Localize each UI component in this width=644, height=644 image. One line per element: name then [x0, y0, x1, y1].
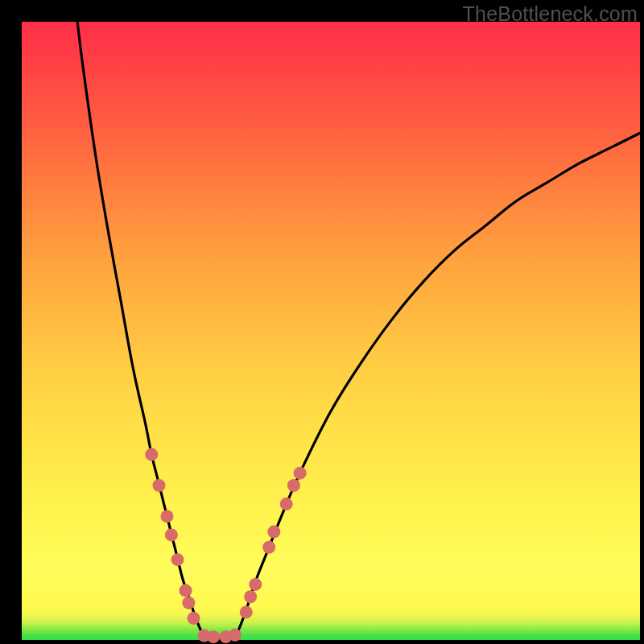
data-marker [171, 553, 184, 566]
left-branch-line [77, 22, 207, 640]
data-marker [165, 528, 178, 541]
data-marker [240, 605, 253, 618]
data-marker [294, 467, 307, 480]
plot-area [22, 22, 640, 640]
data-marker [267, 526, 280, 539]
data-marker [145, 448, 158, 461]
watermark-text: TheBottleneck.com [463, 2, 638, 26]
data-marker [287, 479, 300, 492]
data-marker [188, 612, 200, 625]
data-marker [249, 578, 262, 591]
data-marker [180, 584, 192, 597]
data-marker [207, 630, 220, 643]
data-marker [152, 479, 165, 492]
chart-frame: TheBottleneck.com [0, 0, 644, 644]
data-marker [244, 590, 257, 603]
data-marker [262, 541, 275, 554]
data-marker [280, 497, 293, 510]
right-branch-line [232, 133, 640, 640]
data-marker [160, 510, 173, 522]
marker-group [145, 448, 306, 644]
data-marker [182, 597, 195, 609]
chart-svg [22, 22, 640, 640]
data-marker [229, 629, 242, 642]
